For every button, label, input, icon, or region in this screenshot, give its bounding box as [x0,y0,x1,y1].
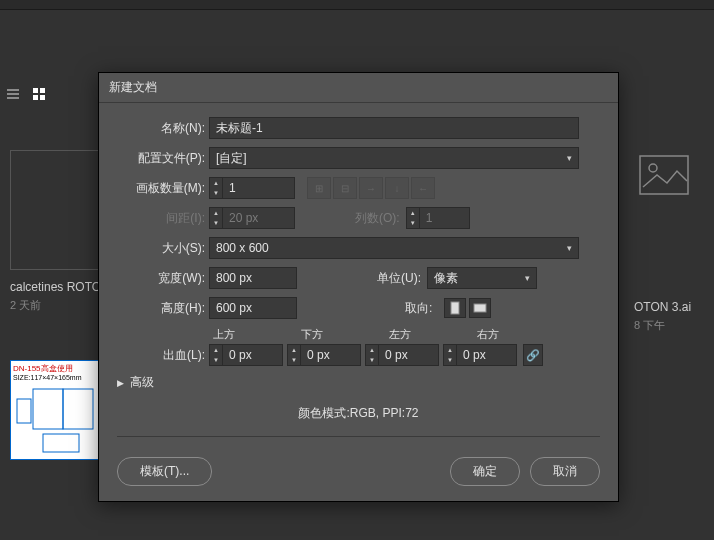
thumb2-label: OTON 3.ai [634,300,704,314]
artboards-spinner[interactable]: ▲▼ [209,177,295,199]
chevron-down-icon: ▾ [567,153,572,163]
color-mode-text: 颜色模式:RGB, PPI:72 [117,405,600,422]
profile-label: 配置文件(P): [117,150,209,167]
chevron-down-icon: ▾ [525,273,530,283]
svg-rect-11 [43,434,79,452]
svg-rect-3 [33,88,38,93]
orient-portrait-icon[interactable] [444,298,466,318]
arrange-col-icon: ↓ [385,177,409,199]
new-document-dialog: 新建文档 名称(N): 配置文件(P): [自定] ▾ 画板数量(M): ▲▼ … [98,72,619,502]
dialog-title: 新建文档 [99,73,618,103]
advanced-toggle[interactable]: ▶ 高级 [117,374,600,391]
units-label: 单位(U): [377,270,421,287]
svg-rect-14 [474,304,486,312]
svg-point-8 [649,164,657,172]
width-label: 宽度(W): [117,270,209,287]
arrange-row-icon: → [359,177,383,199]
image-placeholder-icon [634,150,694,200]
arrange-grid-col-icon: ⊟ [333,177,357,199]
arrange-grid-row-icon: ⊞ [307,177,331,199]
cancel-button[interactable]: 取消 [530,457,600,486]
profile-select[interactable]: [自定] ▾ [209,147,579,169]
bleed-top-spinner[interactable]: ▲▼ [209,344,283,366]
ok-button[interactable]: 确定 [450,457,520,486]
app-topbar [0,0,714,10]
bleed-label: 出血(L): [117,347,209,364]
columns-spinner: ▲▼ [406,207,470,229]
name-input[interactable] [209,117,579,139]
chevron-down-icon: ▾ [567,243,572,253]
bleed-right-label: 右方 [477,327,565,342]
arrange-rtl-icon: ← [411,177,435,199]
orient-label: 取向: [405,300,432,317]
template-button[interactable]: 模板(T)... [117,457,212,486]
svg-rect-13 [451,302,459,314]
svg-rect-4 [40,88,45,93]
separator [117,436,600,437]
units-select[interactable]: 像素 ▾ [427,267,537,289]
svg-rect-10 [63,389,93,429]
triangle-right-icon: ▶ [117,378,124,388]
orient-landscape-icon[interactable] [469,298,491,318]
artboards-label: 画板数量(M): [117,180,209,197]
bleed-bottom-spinner[interactable]: ▲▼ [287,344,361,366]
height-label: 高度(H): [117,300,209,317]
background-right: OTON 3.ai 8 下午 [634,150,704,333]
height-input[interactable] [209,297,297,319]
thumb2-date: 8 下午 [634,318,704,333]
size-label: 大小(S): [117,240,209,257]
spacing-label: 间距(I): [117,210,209,227]
svg-rect-12 [17,399,31,423]
spacing-spinner: ▲▼ [209,207,295,229]
bleed-left-label: 左方 [389,327,477,342]
columns-label: 列数(O): [355,210,400,227]
width-input[interactable] [209,267,297,289]
bleed-left-spinner[interactable]: ▲▼ [365,344,439,366]
name-label: 名称(N): [117,120,209,137]
bleed-bottom-label: 下方 [301,327,389,342]
link-bleed-icon[interactable]: 🔗 [523,344,543,366]
size-select[interactable]: 800 x 600 ▾ [209,237,579,259]
svg-rect-9 [33,389,63,429]
bleed-right-spinner[interactable]: ▲▼ [443,344,517,366]
bleed-top-label: 上方 [213,327,301,342]
